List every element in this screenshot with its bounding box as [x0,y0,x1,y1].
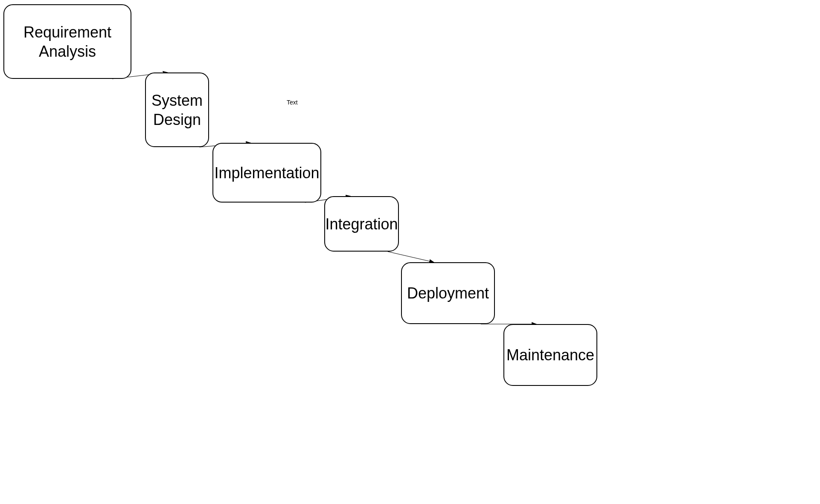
node-label: Integration [325,214,398,234]
node-deployment: Deployment [401,262,495,324]
node-label: SystemDesign [151,91,203,129]
node-label: Deployment [407,284,489,303]
node-label: Implementation [214,163,319,182]
node-label: Maintenance [506,345,594,365]
floating-text-label: Text [287,99,298,106]
floating-text: Text [287,99,298,106]
node-maintenance: Maintenance [503,324,597,386]
node-integration: Integration [324,196,399,252]
node-implementation: Implementation [212,143,321,203]
arrow-integration-to-deployment [388,252,434,262]
node-label: RequirementAnalysis [23,23,111,61]
node-system-design: SystemDesign [145,72,209,147]
node-requirement-analysis: RequirementAnalysis [3,4,131,79]
